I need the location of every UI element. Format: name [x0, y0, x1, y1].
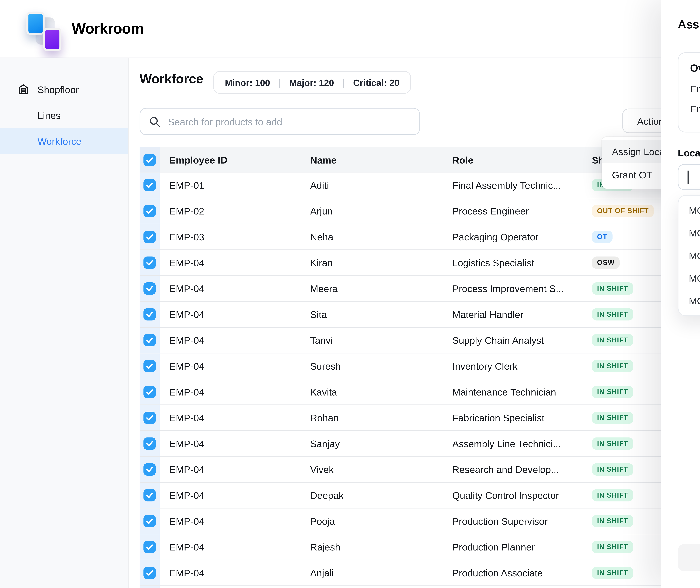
table-row[interactable]: EMP-04MeeraProcess Improvement S...IN SH…: [140, 276, 695, 302]
row-checkbox[interactable]: [143, 179, 156, 191]
shift-status-badge: OUT OF SHIFT: [592, 205, 654, 217]
table-row[interactable]: EMP-02ArjunProcess EngineerOUT OF SHIFT: [140, 198, 695, 224]
row-checkbox[interactable]: [143, 541, 156, 553]
cell-name: Rajesh: [300, 534, 443, 560]
table-row[interactable]: EMP-04DeepakQuality Control InspectorIN …: [140, 483, 695, 509]
check-icon: [145, 155, 154, 164]
cell-name: Tanvi: [300, 328, 443, 353]
shift-status-badge: IN SHIFT: [592, 334, 633, 346]
table-row-partial[interactable]: [140, 586, 695, 588]
table-row[interactable]: EMP-04KiranLogistics SpecialistOSW: [140, 250, 695, 276]
cell-name: Arjun: [300, 198, 443, 224]
location-input[interactable]: [678, 164, 700, 190]
row-checkbox[interactable]: [143, 256, 156, 269]
select-all-checkbox[interactable]: [143, 153, 156, 166]
row-checkbox[interactable]: [143, 489, 156, 501]
cell-employee-id: EMP-04: [160, 483, 300, 508]
shift-status-badge: IN SHIFT: [592, 282, 633, 295]
table-row[interactable]: EMP-04SitaMaterial HandlerIN SHIFT: [140, 302, 695, 328]
cell-employee-id: EMP-04: [160, 508, 300, 534]
location-option-mch-03[interactable]: MCH-03RUNNINGFlexiMatic 2003 people: [678, 244, 700, 267]
cell-role: Inventory Clerk: [443, 353, 582, 379]
cell-name: Sita: [300, 302, 443, 327]
cell-role: Final Assembly Technic...: [443, 172, 582, 198]
search-box: [140, 108, 420, 135]
row-checkbox-cell: [140, 457, 160, 482]
cell-role: Process Improvement S...: [443, 276, 582, 301]
page-title: Workforce: [140, 72, 203, 87]
machine-code: MCH-04: [689, 273, 700, 284]
cell-employee-id: EMP-04: [160, 457, 300, 482]
row-checkbox[interactable]: [143, 205, 156, 217]
workforce-table: Employee IDNameRoleShift EMP-01AditiFina…: [140, 147, 695, 588]
row-checkbox[interactable]: [143, 412, 156, 424]
machine-code: MCH-01: [689, 205, 700, 216]
check-icon: [145, 414, 154, 422]
row-checkbox[interactable]: [143, 515, 156, 527]
shift-status-badge: IN SHIFT: [592, 541, 633, 553]
search-icon: [149, 116, 160, 127]
cell-role: Process Engineer: [443, 198, 582, 224]
check-icon: [145, 465, 154, 474]
shift-status-badge: OSW: [592, 256, 620, 269]
row-checkbox[interactable]: [143, 231, 156, 243]
table-row[interactable]: EMP-04RohanFabrication SpecialistIN SHIF…: [140, 405, 695, 431]
row-checkbox-cell: [140, 431, 160, 456]
location-option-mch-02[interactable]: MCH-02RUNNINGTurboPress 30003 people: [678, 222, 700, 244]
stats-divider: |: [342, 77, 345, 88]
search-input[interactable]: [167, 115, 419, 128]
sidebar-item-workforce[interactable]: Workforce: [0, 128, 128, 154]
row-checkbox[interactable]: [143, 282, 156, 295]
check-icon: [145, 284, 154, 293]
table-row[interactable]: EMP-04TanviSupply Chain AnalystIN SHIFT: [140, 328, 695, 353]
table-row[interactable]: EMP-04SanjayAssembly Line Technici...IN …: [140, 431, 695, 457]
save-button[interactable]: Save: [678, 544, 700, 571]
table-row[interactable]: EMP-04RajeshProduction PlannerIN SHIFT: [140, 534, 695, 560]
row-checkbox[interactable]: [143, 360, 156, 372]
cell-empty: [443, 586, 582, 588]
stat-critical: Critical: 20: [353, 77, 399, 88]
cell-employee-id: EMP-04: [160, 534, 300, 560]
workroom-logo-icon: [26, 9, 63, 49]
table-row[interactable]: EMP-04SureshInventory ClerkIN SHIFT: [140, 353, 695, 379]
overview-heading: Overview: [690, 63, 700, 74]
check-icon: [145, 362, 154, 370]
table-row[interactable]: EMP-04AnjaliProduction AssociateIN SHIFT: [140, 560, 695, 586]
row-checkbox[interactable]: [143, 567, 156, 579]
table-row[interactable]: EMP-04VivekResearch and Develop...IN SHI…: [140, 457, 695, 483]
location-option-mch-05[interactable]: MCH-05IDLEPrecisionCut Pro2 people: [678, 290, 700, 312]
row-checkbox[interactable]: [143, 437, 156, 450]
cell-name: Deepak: [300, 483, 443, 508]
row-checkbox[interactable]: [143, 308, 156, 321]
table-row[interactable]: EMP-04KavitaMaintenance TechnicianIN SHI…: [140, 379, 695, 405]
cell-name: Meera: [300, 276, 443, 301]
table-row[interactable]: EMP-04PoojaProduction SupervisorIN SHIFT: [140, 508, 695, 534]
row-checkbox-cell: [140, 250, 160, 275]
machine-code: MCH-03: [689, 250, 700, 261]
row-checkbox-cell: [140, 379, 160, 404]
row-checkbox-cell: [140, 508, 160, 534]
cell-employee-id: EMP-04: [160, 560, 300, 585]
sidebar-item-lines[interactable]: Lines: [0, 102, 128, 128]
table-row[interactable]: EMP-03NehaPackaging OperatorOT: [140, 224, 695, 250]
check-icon: [145, 336, 154, 344]
row-checkbox-cell: [140, 328, 160, 353]
check-icon: [145, 207, 154, 215]
row-checkbox[interactable]: [143, 334, 156, 346]
location-options-dropdown: MCH-01IDLEWelding Machine Station 2 A123…: [678, 195, 700, 316]
row-checkbox[interactable]: [143, 386, 156, 398]
cell-empty: [300, 586, 443, 588]
logo-tile-blue: [26, 11, 45, 35]
location-option-mch-04[interactable]: MCH-04DOWNAutoForge X1: [678, 267, 700, 290]
row-checkbox[interactable]: [143, 463, 156, 476]
logo-tile-purple: [43, 27, 61, 51]
stat-major: Major: 120: [289, 77, 334, 88]
check-icon: [145, 543, 154, 551]
sidebar-item-shopfloor[interactable]: Shopfloor: [0, 76, 128, 102]
cell-name: Vivek: [300, 457, 443, 482]
location-option-mch-01[interactable]: MCH-01IDLEWelding Machine Station 2 A123…: [678, 199, 700, 222]
sidebar-item-label: Workforce: [38, 136, 81, 146]
overview-field-label: Employee ID: [690, 83, 700, 94]
cell-employee-id: EMP-04: [160, 276, 300, 301]
cell-employee-id: EMP-02: [160, 198, 300, 224]
